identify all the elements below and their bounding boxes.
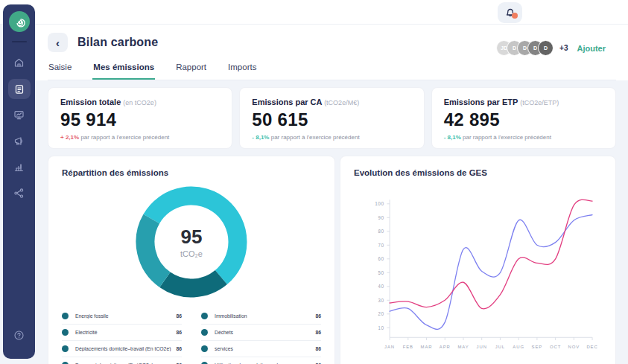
legend-bullet-icon <box>201 345 208 352</box>
legend-row: Immobilisation86 <box>201 308 321 325</box>
svg-text:OCT: OCT <box>550 345 561 349</box>
sidebar-item-home[interactable] <box>8 53 31 73</box>
line-chart: 102030405060708090100JANFEBMARAPRMAYJUNJ… <box>354 182 602 364</box>
svg-text:50: 50 <box>378 270 384 275</box>
stat-value: 42 895 <box>444 109 603 130</box>
svg-text:AUG: AUG <box>513 345 524 349</box>
stat-unit: (tCO2e/ETP) <box>520 99 559 106</box>
svg-text:JAN: JAN <box>384 345 395 349</box>
main-area: ‹ Bilan carbone Saisie Mes émissions Rap… <box>36 25 628 364</box>
legend-row: Energie fossile86 <box>62 308 182 325</box>
top-bar <box>0 0 628 25</box>
tab-bar: Saisie Mes émissions Rapport Imports <box>48 60 616 80</box>
add-collaborator-link[interactable]: Ajouter <box>577 44 606 53</box>
legend-bullet-icon <box>62 345 69 352</box>
stat-cards-row: Emission totale (en tCO2e) 95 914 + 2,1%… <box>48 87 616 149</box>
svg-text:FEB: FEB <box>403 345 413 349</box>
legend-value: 86 <box>315 346 321 351</box>
hierarchy-icon <box>13 188 25 199</box>
legend-bullet-icon <box>201 313 208 319</box>
sidebar-item-analytics[interactable] <box>8 157 31 177</box>
legend-row: Déplacements domicile–travail (En tCO2e)… <box>62 341 182 357</box>
svg-text:JUL: JUL <box>495 345 505 349</box>
home-icon <box>13 57 25 68</box>
legend-row: services86 <box>201 341 321 357</box>
legend-label: services <box>215 346 315 351</box>
notifications-button[interactable] <box>498 2 522 23</box>
stat-title: Emission totale (en tCO2e) <box>60 98 220 106</box>
legend-label: Immobilisation <box>215 313 315 319</box>
legend-label: Electricité <box>75 330 176 335</box>
legend-bullet-icon <box>62 329 69 336</box>
legend-row: Electricité86 <box>62 325 182 341</box>
stat-delta-row: - 8,1% par rapport à l'exercice précéden… <box>444 134 603 141</box>
charts-row: Répartition des émissions 95 tCO₂e Energ… <box>48 156 616 364</box>
sidebar-item-help[interactable] <box>8 325 31 345</box>
legend-row: Utilisation des produits vendus86 <box>201 357 321 364</box>
help-icon <box>13 330 25 341</box>
donut-legend: Energie fossile86Immobilisation86Electri… <box>62 308 321 364</box>
stat-unit: (tCO2e/M€) <box>324 99 359 106</box>
legend-row: Déchets86 <box>201 325 321 341</box>
svg-text:NOV: NOV <box>568 345 580 349</box>
collaborators: JD D D D D +3 Ajouter <box>496 40 606 56</box>
tab-rapport[interactable]: Rapport <box>175 60 207 80</box>
avatar-overflow-count: +3 <box>559 44 568 52</box>
legend-bullet-icon <box>201 329 208 336</box>
legend-value: 86 <box>176 330 182 335</box>
stat-card-emissions-par-ca: Emissions par CA (tCO2e/M€) 50 615 - 8,1… <box>239 87 424 149</box>
legend-bullet-icon <box>62 313 69 319</box>
svg-text:30: 30 <box>378 298 384 303</box>
page-title: Bilan carbone <box>77 36 158 49</box>
stat-value: 95 914 <box>60 109 220 130</box>
avatar[interactable]: D <box>538 40 554 56</box>
sidebar-item-announcements[interactable] <box>8 131 31 151</box>
stat-unit: (en tCO2e) <box>123 99 156 106</box>
tab-saisie[interactable]: Saisie <box>48 60 72 80</box>
serie-rose <box>390 199 592 309</box>
legend-value: 86 <box>176 313 182 319</box>
stat-card-emission-totale: Emission totale (en tCO2e) 95 914 + 2,1%… <box>48 87 232 149</box>
tab-mes-emissions[interactable]: Mes émissions <box>92 60 155 80</box>
legend-label: Déchets <box>215 330 315 335</box>
repartition-card: Répartition des émissions 95 tCO₂e Energ… <box>48 156 335 364</box>
line-chart-title: Evolution des émissions de GES <box>354 168 602 177</box>
stat-title: Emissions par ETP (tCO2e/ETP) <box>444 98 603 106</box>
stat-title: Emissions par CA (tCO2e/M€) <box>252 98 411 106</box>
bar-chart-icon <box>13 162 25 173</box>
svg-text:70: 70 <box>378 243 384 248</box>
monitor-icon <box>13 109 25 121</box>
donut-chart: 95 tCO₂e <box>136 186 247 298</box>
svg-text:JUN: JUN <box>477 345 487 349</box>
legend-label: Déplacements domicile–travail (En tCO2e) <box>75 346 176 351</box>
stat-value: 50 615 <box>252 109 411 130</box>
svg-text:10: 10 <box>378 325 384 331</box>
svg-text:MAR: MAR <box>421 345 433 349</box>
tab-imports[interactable]: Imports <box>227 60 257 80</box>
legend-value: 86 <box>315 313 321 319</box>
page-header: ‹ Bilan carbone Saisie Mes émissions Rap… <box>36 25 628 80</box>
sidebar-item-documents[interactable] <box>8 79 31 99</box>
legend-label: Energie fossile <box>75 313 176 319</box>
donut-total-value: 95 <box>181 226 203 249</box>
content-area: Emission totale (en tCO2e) 95 914 + 2,1%… <box>36 80 628 364</box>
legend-value: 86 <box>315 330 321 335</box>
sidebar-item-presentation[interactable] <box>8 105 31 125</box>
donut-total-unit: tCO₂e <box>180 249 203 258</box>
legend-row: Transport des visiteurs (En tCO2e)86 <box>62 357 182 364</box>
spiral-logo-icon <box>13 16 25 28</box>
sidebar <box>3 4 35 359</box>
svg-text:20: 20 <box>378 311 384 316</box>
svg-text:40: 40 <box>378 284 384 289</box>
evolution-card: Evolution des émissions de GES 102030405… <box>340 156 616 364</box>
megaphone-icon <box>13 135 25 147</box>
stat-card-emissions-par-etp: Emissions par ETP (tCO2e/ETP) 42 895 - 8… <box>431 87 616 149</box>
sidebar-item-organisation[interactable] <box>8 183 31 203</box>
svg-text:100: 100 <box>375 201 384 206</box>
stat-delta-row: + 2,1% par rapport à l'exercice précéden… <box>60 134 220 141</box>
svg-text:SEP: SEP <box>532 345 543 349</box>
app-logo[interactable] <box>9 11 30 32</box>
back-button[interactable]: ‹ <box>48 33 68 52</box>
svg-text:APR: APR <box>440 345 451 349</box>
svg-text:60: 60 <box>378 256 384 261</box>
